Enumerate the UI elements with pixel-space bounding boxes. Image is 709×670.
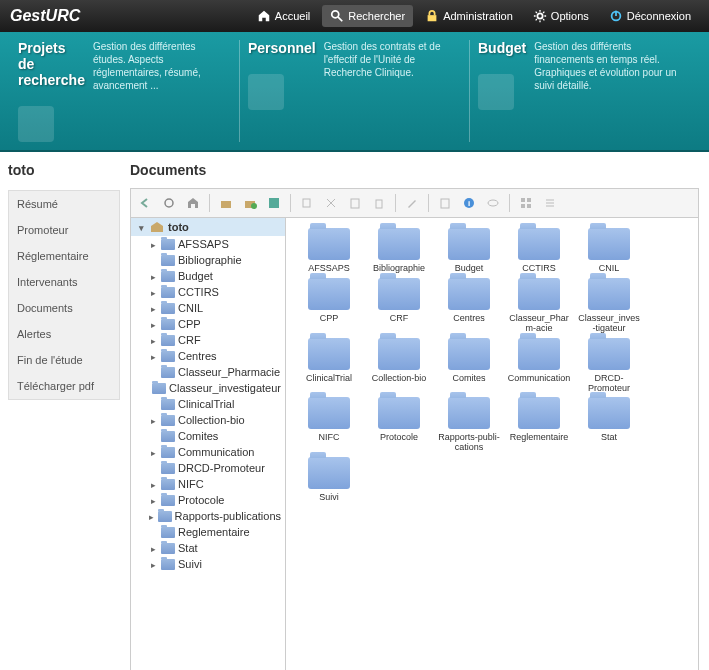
tree-item[interactable]: Bibliographie xyxy=(131,252,285,268)
expand-icon: ▸ xyxy=(149,288,158,297)
tree-item[interactable]: ▸Communication xyxy=(131,444,285,460)
collapse-icon: ▾ xyxy=(137,223,146,232)
tree-item[interactable]: ▸Rapports-publications xyxy=(131,508,285,524)
edit-button[interactable] xyxy=(402,193,422,213)
tree-item[interactable]: ▸CNIL xyxy=(131,300,285,316)
tree-item[interactable]: Classeur_investigateur xyxy=(131,380,285,396)
folder-item[interactable]: DRCD-Promoteur xyxy=(576,338,642,394)
folder-item[interactable]: Stat xyxy=(576,397,642,453)
extract-button[interactable] xyxy=(435,193,455,213)
tree-label: Collection-bio xyxy=(178,414,245,426)
folder-item[interactable]: Protocole xyxy=(366,397,432,453)
tree-item[interactable]: ▸CPP xyxy=(131,316,285,332)
tree-item[interactable]: ▸Protocole xyxy=(131,492,285,508)
folder-item[interactable]: ClinicalTrial xyxy=(296,338,362,394)
tree-item[interactable]: ▸Budget xyxy=(131,268,285,284)
banner-projets[interactable]: Projets de recherche Gestion des différe… xyxy=(10,40,239,142)
tree-item[interactable]: Comites xyxy=(131,428,285,444)
expand-icon: ▸ xyxy=(149,336,158,345)
folder-item[interactable]: CPP xyxy=(296,278,362,334)
svg-rect-9 xyxy=(269,198,279,208)
nav-options[interactable]: Options xyxy=(525,5,597,27)
sidebar-item-3[interactable]: Intervenants xyxy=(9,269,119,295)
delete-button[interactable] xyxy=(369,193,389,213)
tree-item[interactable]: ▸AFSSAPS xyxy=(131,236,285,252)
folder-item[interactable]: Rapports-publi-cations xyxy=(436,397,502,453)
folder-label: CRF xyxy=(390,314,409,324)
nav-rechercher[interactable]: Rechercher xyxy=(322,5,413,27)
new-folder-button[interactable] xyxy=(240,193,260,213)
eye-icon xyxy=(486,196,500,210)
paste-button[interactable] xyxy=(345,193,365,213)
arrow-left-icon xyxy=(138,196,152,210)
tree-item[interactable]: ▸CRF xyxy=(131,332,285,348)
open-button[interactable] xyxy=(216,193,236,213)
folder-item[interactable]: Budget xyxy=(436,228,502,274)
folder-item[interactable]: Bibliographie xyxy=(366,228,432,274)
tree-item[interactable]: ▸CCTIRS xyxy=(131,284,285,300)
back-button[interactable] xyxy=(135,193,155,213)
folder-item[interactable]: Comites xyxy=(436,338,502,394)
tree-item[interactable]: Reglementaire xyxy=(131,524,285,540)
folder-item[interactable]: NIFC xyxy=(296,397,362,453)
folder-item[interactable]: Suivi xyxy=(296,457,362,503)
save-button[interactable] xyxy=(264,193,284,213)
folder-icon xyxy=(308,338,350,370)
cut-button[interactable] xyxy=(321,193,341,213)
tree-label: Communication xyxy=(178,446,254,458)
folder-open-icon xyxy=(219,196,233,210)
preview-button[interactable] xyxy=(483,193,503,213)
tree-item[interactable]: ▸Suivi xyxy=(131,556,285,572)
folder-item[interactable]: Communication xyxy=(506,338,572,394)
tree-label: Suivi xyxy=(178,558,202,570)
reload-button[interactable] xyxy=(159,193,179,213)
folder-icon xyxy=(588,278,630,310)
sidebar-item-6[interactable]: Fin de l'étude xyxy=(9,347,119,373)
folder-item[interactable]: CRF xyxy=(366,278,432,334)
tree-item[interactable]: ▸NIFC xyxy=(131,476,285,492)
folder-item[interactable]: Centres xyxy=(436,278,502,334)
tree-item[interactable]: ▸Collection-bio xyxy=(131,412,285,428)
folder-item[interactable]: CCTIRS xyxy=(506,228,572,274)
tree-label: Budget xyxy=(178,270,213,282)
folder-icon xyxy=(448,228,490,260)
sidebar-item-1[interactable]: Promoteur xyxy=(9,217,119,243)
cut-icon xyxy=(324,196,338,210)
toolbar: i xyxy=(131,189,698,218)
sidebar-item-4[interactable]: Documents xyxy=(9,295,119,321)
tree-root[interactable]: ▾toto xyxy=(131,218,285,236)
tree-item[interactable]: ▸Stat xyxy=(131,540,285,556)
folder-item[interactable]: AFSSAPS xyxy=(296,228,362,274)
banner-personnel[interactable]: Personnel Gestion des contrats et de l'e… xyxy=(239,40,469,142)
folder-item[interactable]: Classeur_inves-tigateur xyxy=(576,278,642,334)
tree-item[interactable]: ClinicalTrial xyxy=(131,396,285,412)
sidebar-item-5[interactable]: Alertes xyxy=(9,321,119,347)
folder-item[interactable]: Collection-bio xyxy=(366,338,432,394)
sidebar-item-2[interactable]: Réglementaire xyxy=(9,243,119,269)
folder-icon xyxy=(161,319,175,330)
folder-icon xyxy=(518,278,560,310)
tree-item[interactable]: DRCD-Promoteur xyxy=(131,460,285,476)
nav-deconnexion[interactable]: Déconnexion xyxy=(601,5,699,27)
tree-item[interactable]: Classeur_Pharmacie xyxy=(131,364,285,380)
folder-label: Comites xyxy=(452,374,485,384)
folder-item[interactable]: CNIL xyxy=(576,228,642,274)
folder-label: Communication xyxy=(508,374,571,384)
banner-budget[interactable]: Budget Gestion des différents financemen… xyxy=(469,40,699,142)
folder-icon xyxy=(588,228,630,260)
folder-icon xyxy=(161,543,175,554)
tree-label: ClinicalTrial xyxy=(178,398,234,410)
sidebar-item-0[interactable]: Résumé xyxy=(9,191,119,217)
folder-item[interactable]: Classeur_Pharm-acie xyxy=(506,278,572,334)
view-list-button[interactable] xyxy=(540,193,560,213)
nav-administration[interactable]: Administration xyxy=(417,5,521,27)
copy-button[interactable] xyxy=(297,193,317,213)
tree-item[interactable]: ▸Centres xyxy=(131,348,285,364)
file-body: ▾toto ▸AFSSAPSBibliographie▸Budget▸CCTIR… xyxy=(131,218,698,670)
folder-item[interactable]: Reglementaire xyxy=(506,397,572,453)
nav-accueil[interactable]: Accueil xyxy=(249,5,318,27)
sidebar-item-7[interactable]: Télécharger pdf xyxy=(9,373,119,399)
home-button[interactable] xyxy=(183,193,203,213)
info-button[interactable]: i xyxy=(459,193,479,213)
view-icons-button[interactable] xyxy=(516,193,536,213)
